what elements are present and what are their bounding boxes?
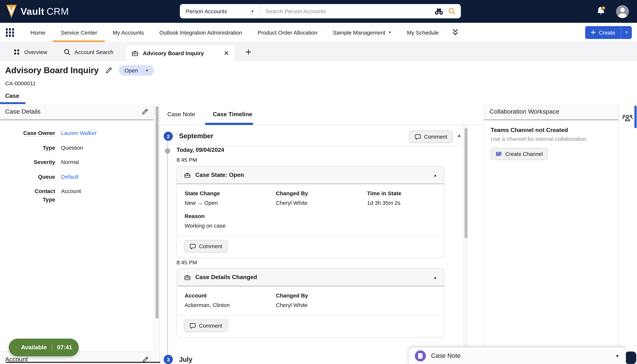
teams-channel-hint: Use a channel for internal collaboration… bbox=[490, 136, 612, 142]
event-time: 8:45 PM bbox=[176, 259, 197, 266]
comment-button[interactable]: Comment bbox=[184, 240, 228, 252]
search-icon bbox=[64, 48, 70, 55]
nav-more-double-chevron-icon[interactable] bbox=[446, 23, 464, 42]
active-tab-underline bbox=[205, 123, 253, 125]
timeline-day: Today, 09/04/2024 bbox=[176, 147, 224, 153]
overview-grid-icon bbox=[13, 48, 20, 55]
comment-bubble-icon bbox=[414, 134, 421, 140]
divider bbox=[179, 146, 462, 146]
search-input[interactable] bbox=[260, 8, 434, 14]
event-title: Case Details Changed bbox=[195, 274, 257, 280]
case-briefcase-icon bbox=[184, 172, 191, 178]
case-note-icon bbox=[415, 350, 426, 361]
search-icon[interactable] bbox=[448, 7, 456, 15]
column-label: Time in State bbox=[367, 190, 436, 196]
nav-item-service-center[interactable]: Service Center bbox=[53, 23, 105, 42]
tab-overview[interactable]: Overview bbox=[13, 48, 47, 55]
tab-account-search[interactable]: Account Search bbox=[64, 48, 114, 55]
search-scope-dropdown[interactable]: Person Accounts ▼ bbox=[180, 4, 260, 18]
brand-vault: Vault bbox=[20, 6, 44, 17]
reason-label: Reason bbox=[185, 213, 436, 219]
tab-overview-label: Overview bbox=[24, 49, 47, 55]
participants-people-icon[interactable] bbox=[622, 114, 633, 125]
availability-status-pill[interactable]: Available 07:41 bbox=[9, 339, 79, 356]
column-label: Changed By bbox=[276, 190, 367, 196]
main-navigation: Home Service Center My Accounts Outlook … bbox=[0, 23, 637, 42]
user-avatar[interactable] bbox=[616, 5, 629, 18]
chevron-down-icon: ▼ bbox=[145, 68, 148, 72]
scrollbar-thumb[interactable] bbox=[156, 106, 158, 319]
status-badge: Open bbox=[124, 67, 138, 74]
create-channel-button[interactable]: Create Channel bbox=[490, 148, 548, 160]
case-content-tabs: Case Note Case Timeline bbox=[160, 104, 484, 125]
nav-item-label: Sample Management bbox=[333, 29, 385, 36]
timeline-month: July bbox=[179, 356, 192, 364]
event-title: Case State: Open bbox=[195, 172, 244, 178]
collapse-month-icon[interactable]: ▲ bbox=[457, 133, 461, 138]
app-grid-icon[interactable] bbox=[5, 28, 15, 37]
scrollbar-thumb[interactable] bbox=[464, 128, 468, 238]
brand-crm: CRM bbox=[46, 6, 69, 17]
horizontal-scrollbar[interactable] bbox=[6, 362, 160, 363]
person-icon bbox=[616, 5, 629, 18]
close-tab-icon[interactable] bbox=[224, 50, 229, 56]
field-label: Case Owner bbox=[22, 129, 55, 137]
field-type: Type Question bbox=[0, 144, 154, 152]
case-owner-link[interactable]: Lauren Walker bbox=[61, 130, 97, 136]
edit-pencil-icon[interactable] bbox=[141, 108, 148, 116]
left-panel-scrollbar bbox=[154, 104, 160, 364]
column-value: Ackerman, Clinton bbox=[185, 302, 276, 308]
binoculars-icon[interactable] bbox=[434, 7, 444, 15]
timeline-dot bbox=[165, 148, 170, 154]
comment-button[interactable]: Comment bbox=[409, 130, 453, 143]
ms-teams-icon bbox=[496, 151, 502, 157]
nav-item-my-accounts[interactable]: My Accounts bbox=[105, 23, 152, 42]
event-card-body: State Change New → Open Changed By Chery… bbox=[177, 184, 444, 236]
global-search: Person Accounts ▼ bbox=[180, 4, 461, 18]
top-bar-right bbox=[596, 0, 637, 23]
tab-case-note[interactable]: Case Note bbox=[167, 111, 195, 118]
nav-item-home[interactable]: Home bbox=[23, 23, 53, 42]
tab-case[interactable]: Case bbox=[5, 93, 19, 99]
scroll-position-indicator[interactable] bbox=[634, 106, 637, 128]
create-dropdown-button[interactable]: ▼ bbox=[621, 26, 632, 39]
case-note-docked-panel[interactable]: Case Note ▼ bbox=[408, 347, 626, 364]
tab-case-timeline[interactable]: Case Timeline bbox=[213, 111, 252, 118]
collaboration-header: Collaboration Workspace bbox=[484, 104, 618, 120]
collapse-card-icon[interactable]: ▲ bbox=[433, 173, 437, 177]
top-bar: VaultCRM Person Accounts ▼ bbox=[0, 0, 637, 23]
case-status-dropdown[interactable]: Open ▼ bbox=[119, 65, 154, 76]
nav-item-outlook-integration-administration[interactable]: Outlook Integration Administration bbox=[152, 23, 250, 42]
nav-item-sample-management[interactable]: Sample Management ▼ bbox=[325, 23, 399, 42]
create-button[interactable]: Create bbox=[585, 26, 621, 39]
case-timeline: 2 September Comment ▲ Today, 09/04/2024 … bbox=[160, 125, 463, 364]
event-card-footer: Comment bbox=[177, 236, 444, 258]
workspace-tab-strip: Overview Account Search Advisory Board I… bbox=[0, 42, 637, 62]
edit-pencil-icon[interactable] bbox=[105, 66, 113, 74]
nav-item-my-schedule[interactable]: My Schedule bbox=[399, 23, 446, 42]
comment-button[interactable]: Comment bbox=[184, 320, 228, 332]
teams-channel-status: Teams Channel not Created bbox=[490, 127, 612, 134]
tab-advisory-board-inquiry[interactable]: Advisory Board Inquiry bbox=[125, 44, 236, 62]
case-number: CA-0000011 bbox=[5, 80, 36, 86]
month-comment-wrap: Comment bbox=[409, 130, 453, 143]
month-count-badge: 2 bbox=[164, 132, 173, 141]
collapse-card-icon[interactable]: ▲ bbox=[433, 275, 437, 279]
notifications-bell-icon[interactable] bbox=[596, 6, 606, 17]
queue-link[interactable]: Default bbox=[61, 173, 78, 180]
right-utility-strip bbox=[618, 104, 637, 364]
vault-logo-icon bbox=[5, 4, 18, 19]
column-label: Account bbox=[185, 292, 276, 298]
brand-text: VaultCRM bbox=[20, 6, 69, 17]
chevron-down-icon[interactable]: ▼ bbox=[615, 354, 619, 358]
event-column: Changed By Cheryl White bbox=[276, 292, 367, 308]
vault-crm-logo[interactable]: VaultCRM bbox=[5, 4, 69, 19]
new-tab-button[interactable] bbox=[245, 48, 252, 55]
plus-icon bbox=[245, 48, 252, 55]
case-briefcase-icon bbox=[184, 274, 191, 281]
field-label: Contact Type bbox=[22, 187, 55, 204]
nav-item-product-order-allocation[interactable]: Product Order Allocation bbox=[250, 23, 325, 42]
comment-label: Comment bbox=[199, 244, 222, 249]
month-count-badge: 3 bbox=[164, 355, 173, 364]
field-label: Severity bbox=[22, 158, 55, 166]
